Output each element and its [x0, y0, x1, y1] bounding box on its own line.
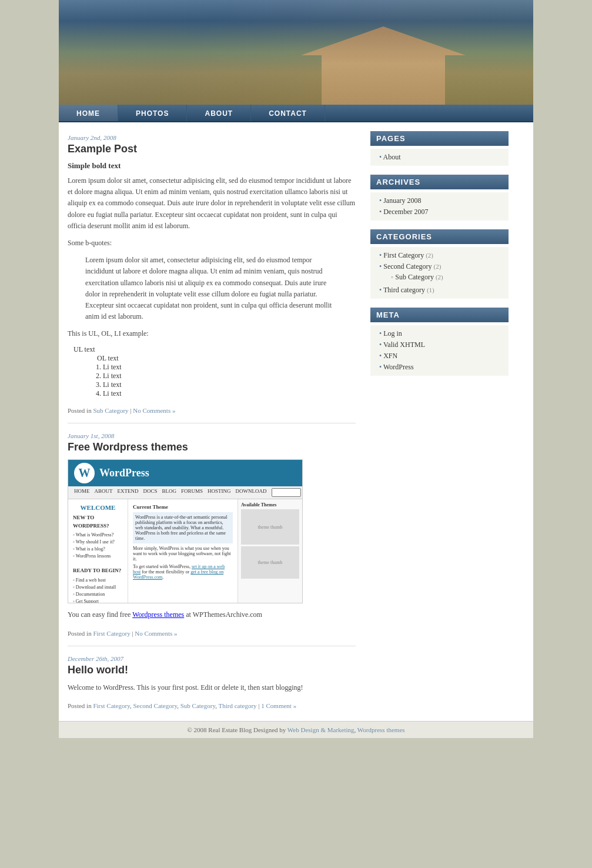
post-3-title: Hello world! — [68, 664, 356, 676]
post-1-list-label: This is UL, OL, LI example: — [68, 328, 356, 339]
category-third: Third category (1) — [379, 285, 506, 296]
subcategory-count: (2) — [436, 273, 443, 281]
subcategory-item: Sub Category (2) — [391, 272, 506, 282]
post-1-body: Lorem ipsum dolor sit amet, consectetur … — [68, 175, 356, 232]
archives-item-jan: January 2008 — [379, 195, 506, 206]
header-image — [59, 0, 533, 105]
post-3-meta: Posted in First Category, Second Categor… — [68, 699, 356, 709]
post-3-body: Welcome to WordPress. This is your first… — [68, 682, 356, 693]
sidebar: PAGES About ARCHIVES January 2008 Decemb… — [364, 128, 514, 715]
meta-header: META — [370, 308, 509, 322]
categories-list: First Category (2) Second Category (2) S… — [370, 247, 509, 299]
meta-login-link[interactable]: Log in — [383, 329, 402, 338]
meta-login: Log in — [379, 328, 506, 339]
archives-item-dec: December 2007 — [379, 206, 506, 218]
list-item: Li text — [103, 389, 356, 398]
post-1-comments-link[interactable]: No Comments » — [133, 407, 175, 414]
archives-header: ARCHIVES — [370, 175, 509, 189]
post-3-cat-3[interactable]: Sub Category — [180, 702, 215, 709]
post-2-category-link[interactable]: First Category — [93, 630, 130, 637]
ul-label: UL text — [73, 345, 356, 354]
ol-label: OL text — [97, 354, 356, 363]
list-item: Li text — [103, 363, 356, 372]
post-3: December 26th, 2007 Hello world! Welcome… — [68, 655, 356, 709]
wordpress-themes-link[interactable]: Wordpress themes — [132, 610, 184, 619]
page-wrapper: HOME PHOTOS ABOUT CONTACT January 2nd, 2… — [59, 0, 533, 738]
archives-dec-link[interactable]: December 2007 — [383, 208, 428, 216]
posted-in-label: Posted in — [68, 407, 92, 414]
category-second-count: (2) — [434, 263, 442, 270]
post-2-comments-link[interactable]: No Comments » — [135, 630, 177, 637]
post-1-meta: Posted in Sub Category | No Comments » — [68, 404, 356, 414]
posted-in-label-2: Posted in — [68, 630, 92, 637]
meta-xfn: XFN — [379, 350, 506, 362]
post-3-comments-link[interactable]: 1 Comment » — [261, 702, 296, 709]
category-third-count: (1) — [427, 286, 434, 293]
post-3-cat-2[interactable]: Second Category — [133, 702, 177, 709]
pages-header: PAGES — [370, 131, 509, 146]
archives-section: ARCHIVES January 2008 December 2007 — [370, 175, 509, 221]
meta-xfn-link[interactable]: XFN — [383, 352, 397, 360]
list-example: UL text OL text Li text Li text Li text … — [68, 345, 356, 398]
pages-section: PAGES About — [370, 131, 509, 166]
post-2-title: Free Wordpress themes — [68, 441, 356, 453]
meta-wordpress: WordPress — [379, 362, 506, 373]
categories-header: CATEGORIES — [370, 229, 509, 244]
meta-wordpress-link[interactable]: WordPress — [383, 363, 414, 371]
category-second: Second Category (2) Sub Category (2) — [379, 261, 506, 285]
archives-jan-link[interactable]: January 2008 — [383, 196, 421, 205]
nav-photos[interactable]: PHOTOS — [118, 105, 187, 121]
post-3-cat-4[interactable]: Third category — [218, 702, 256, 709]
pages-about-link[interactable]: About — [383, 153, 401, 161]
post-1: January 2nd, 2008 Example Post Simple bo… — [68, 134, 356, 414]
post-3-date: December 26th, 2007 — [68, 655, 356, 662]
category-second-link[interactable]: Second Category — [383, 262, 432, 271]
categories-section: CATEGORIES First Category (2) Second Cat… — [370, 229, 509, 299]
post-1-title: Example Post — [68, 143, 356, 155]
ordered-list: Li text Li text Li text Li text — [103, 363, 356, 398]
post-divider-2 — [68, 646, 356, 646]
category-first-link[interactable]: First Category — [383, 251, 424, 259]
nav-home[interactable]: HOME — [59, 105, 118, 121]
meta-xhtml-link[interactable]: Valid XHTML — [383, 340, 425, 349]
post-1-blockquote: Lorem ipsum dolor sit amet, consectetur … — [79, 255, 344, 322]
main-nav: HOME PHOTOS ABOUT CONTACT — [59, 105, 533, 122]
site-footer: © 2008 Real Estate Blog Designed by Web … — [59, 721, 533, 738]
nav-about[interactable]: ABOUT — [187, 105, 251, 121]
wordpress-screenshot: W WordPress HOMEABOUTEXTENDDOCSBLOGFORUM… — [68, 459, 303, 603]
post-2-meta: Posted in First Category | No Comments » — [68, 627, 356, 637]
post-1-category-link[interactable]: Sub Category — [93, 407, 128, 414]
archives-list: January 2008 December 2007 — [370, 192, 509, 221]
meta-section: META Log in Valid XHTML XFN WordPress — [370, 308, 509, 376]
nav-contact[interactable]: CONTACT — [251, 105, 325, 121]
category-first: First Category (2) — [379, 250, 506, 261]
post-divider-1 — [68, 423, 356, 423]
category-first-count: (2) — [426, 252, 433, 259]
subcategory-link[interactable]: Sub Category — [395, 273, 434, 281]
post-1-bq-label: Some b-quotes: — [68, 238, 356, 249]
post-2: January 1st, 2008 Free Wordpress themes … — [68, 432, 356, 636]
meta-list: Log in Valid XHTML XFN WordPress — [370, 325, 509, 376]
post-3-cat-1[interactable]: First Category — [93, 702, 130, 709]
list-item: Li text — [103, 372, 356, 380]
post-1-date: January 2nd, 2008 — [68, 134, 356, 141]
category-third-link[interactable]: Third category — [383, 286, 425, 294]
pages-item-about: About — [379, 152, 506, 163]
post-2-date: January 1st, 2008 — [68, 432, 356, 439]
content-area: January 2nd, 2008 Example Post Simple bo… — [59, 122, 533, 721]
footer-copy: © 2008 Real Estate Blog Designed by — [187, 726, 286, 733]
subcategory-list: Sub Category (2) — [379, 271, 506, 283]
pages-list: About — [370, 149, 509, 166]
main-content: January 2nd, 2008 Example Post Simple bo… — [59, 128, 364, 715]
footer-link-themes[interactable]: Wordpress themes — [357, 726, 405, 733]
site-header — [59, 0, 533, 105]
post-1-subtitle: Simple bold text — [68, 161, 356, 171]
footer-link-design[interactable]: Web Design & Marketing — [287, 726, 354, 733]
list-item: Li text — [103, 380, 356, 389]
post-2-body: You can easy find free Wordpress themes … — [68, 609, 356, 620]
posted-in-label-3: Posted in — [68, 702, 92, 709]
meta-xhtml: Valid XHTML — [379, 339, 506, 350]
